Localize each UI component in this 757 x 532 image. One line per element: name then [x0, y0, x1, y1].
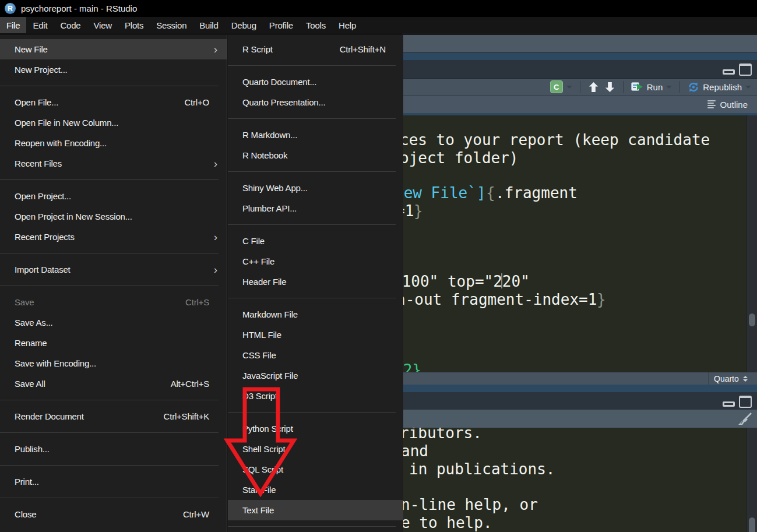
main-toolbar-strip — [402, 33, 757, 53]
toolbar-separator — [679, 81, 680, 93]
menu-item[interactable]: C++ File — [228, 251, 403, 272]
menu-item[interactable] — [0, 459, 227, 471]
console-scrollbar-thumb[interactable] — [749, 517, 755, 532]
menu-item-label: Open File in New Column... — [15, 118, 209, 128]
menu-item[interactable]: JavaScript File — [228, 365, 403, 386]
menu-item[interactable] — [228, 520, 403, 532]
go-next-section-button[interactable] — [604, 82, 615, 93]
menu-item[interactable]: Markdown File — [228, 304, 403, 325]
menu-item[interactable]: Print... — [0, 471, 227, 492]
menu-item[interactable]: CSS File — [228, 345, 403, 365]
menu-item[interactable] — [0, 394, 227, 406]
menu-item[interactable] — [228, 219, 403, 231]
menu-item[interactable]: Plumber API... — [228, 198, 403, 219]
menu-item[interactable]: Publish... — [0, 439, 227, 459]
clear-console-button[interactable] — [738, 412, 752, 428]
menu-item[interactable] — [0, 247, 227, 259]
menu-item[interactable]: Save All Alt+Ctrl+S — [0, 374, 227, 394]
menu-item-label: Print... — [15, 477, 209, 487]
menu-item[interactable]: Close Ctrl+W — [0, 504, 227, 524]
run-button[interactable]: Run — [631, 82, 673, 92]
console-output[interactable]: ributors.andin publications.n-line help,… — [402, 428, 757, 532]
console-line: e to help. — [402, 514, 492, 532]
menu-item[interactable]: HTML File — [228, 325, 403, 345]
minimize-icon[interactable] — [723, 401, 735, 407]
menu-item[interactable]: Shiny Web App... — [228, 178, 403, 198]
menu-item[interactable] — [0, 280, 227, 292]
menu-item[interactable]: C File — [228, 231, 403, 251]
menu-item-label: New File — [15, 44, 209, 54]
submenu-chevron-icon: › — [209, 264, 217, 275]
menu-item[interactable]: Quarto Presentation... — [228, 92, 403, 112]
republish-button[interactable]: Republish — [688, 82, 751, 93]
menu-item[interactable]: Recent Files › — [0, 153, 227, 174]
menu-item[interactable]: SQL Script — [228, 459, 403, 480]
menu-item[interactable] — [228, 406, 403, 418]
menu-item[interactable]: Save As... — [0, 312, 227, 333]
menu-item[interactable] — [228, 292, 403, 304]
source-pane-header — [402, 60, 757, 78]
menu-item[interactable]: Open File... Ctrl+O — [0, 92, 227, 112]
menu-item[interactable]: R Script Ctrl+Shift+N — [228, 39, 403, 59]
menu-item[interactable]: R Notebook — [228, 145, 403, 165]
file-type-selector[interactable]: Quarto — [708, 372, 757, 385]
menu-item[interactable]: Open Project in New Session... — [0, 206, 227, 227]
insert-chunk-icon: C — [550, 80, 563, 93]
menu-item[interactable]: Reopen with Encoding... — [0, 133, 227, 153]
maximize-icon[interactable] — [739, 396, 752, 408]
outline-button[interactable]: Outline — [720, 100, 748, 110]
menu-item-label: Shell Script — [242, 444, 386, 454]
code-line: oject folder) — [402, 149, 519, 167]
minimize-icon[interactable] — [723, 69, 735, 75]
menu-item[interactable] — [0, 492, 227, 504]
menu-item[interactable]: Render Document Ctrl+Shift+K — [0, 406, 227, 427]
menu-item[interactable]: Stan File — [228, 480, 403, 500]
menu-item[interactable]: Open Project... — [0, 186, 227, 206]
console-scrollbar[interactable] — [747, 428, 757, 532]
menubar-item[interactable]: Session — [150, 17, 193, 33]
menubar-item[interactable]: Build — [193, 17, 224, 33]
menu-item[interactable] — [228, 59, 403, 72]
menu-item[interactable] — [0, 427, 227, 439]
menubar-item[interactable]: Profile — [263, 17, 300, 33]
menu-item[interactable]: Text File — [228, 500, 403, 520]
insert-chunk-button[interactable]: C — [550, 80, 572, 93]
menu-item[interactable]: Quarto Document... — [228, 72, 403, 92]
menu-item[interactable] — [228, 165, 403, 178]
menu-item[interactable]: Save Ctrl+S — [0, 292, 227, 312]
menubar-item[interactable]: Debug — [225, 17, 263, 33]
menu-item-label: Save — [15, 297, 185, 307]
menubar-item[interactable]: Help — [332, 17, 362, 33]
menubar-item[interactable]: File — [0, 17, 26, 33]
submenu-chevron-icon: › — [209, 231, 217, 242]
menu-item[interactable]: New File › — [0, 39, 227, 59]
menu-item[interactable] — [0, 80, 227, 92]
editor-scrollbar-thumb[interactable] — [749, 313, 755, 326]
menubar-item[interactable]: Tools — [300, 17, 332, 33]
menu-item[interactable]: Save with Encoding... — [0, 353, 227, 374]
menu-item[interactable]: Shell Script — [228, 439, 403, 459]
menubar-item[interactable]: Plots — [118, 17, 150, 33]
maximize-icon[interactable] — [739, 64, 752, 76]
menu-item[interactable]: Import Dataset › — [0, 259, 227, 280]
menu-item[interactable]: Python Script — [228, 418, 403, 439]
menu-item[interactable] — [0, 174, 227, 186]
menu-item[interactable]: Recent Projects › — [0, 227, 227, 247]
toolbar-separator — [580, 81, 580, 93]
menu-item[interactable]: Open File in New Column... — [0, 112, 227, 133]
menu-item-label: Plumber API... — [242, 203, 386, 213]
code-line: New File`] — [402, 184, 486, 202]
menubar-item[interactable]: Code — [54, 17, 87, 33]
menubar-item[interactable]: Edit — [26, 17, 54, 33]
title-bar: R psychoreport - main - RStudio — [0, 0, 757, 17]
menu-item[interactable]: Rename — [0, 333, 227, 353]
go-previous-section-button[interactable] — [588, 82, 599, 93]
source-editor[interactable]: ces to your report (keep candidateoject … — [402, 115, 757, 372]
editor-scrollbar[interactable] — [747, 115, 757, 372]
menu-item[interactable] — [228, 112, 403, 125]
menu-item[interactable]: D3 Script — [228, 386, 403, 406]
menubar-item[interactable]: View — [87, 17, 118, 33]
menu-item[interactable]: R Markdown... — [228, 125, 403, 145]
menu-item[interactable]: New Project... — [0, 59, 227, 80]
menu-item[interactable]: Header File — [228, 272, 403, 292]
